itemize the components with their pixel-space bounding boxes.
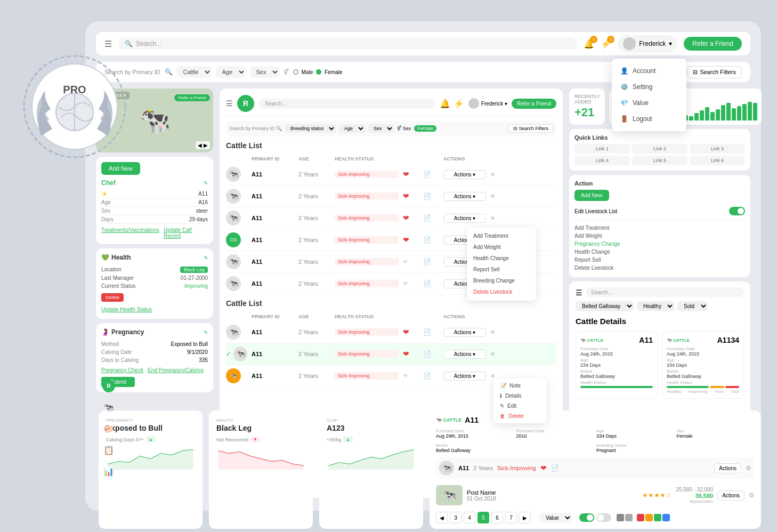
swatch-gray[interactable] xyxy=(617,514,624,521)
link-6[interactable]: Link 6 xyxy=(690,156,745,165)
toggle-view-2[interactable] xyxy=(596,513,611,522)
link-5[interactable]: Link 5 xyxy=(632,156,687,165)
user-pill[interactable]: Frederick ▾ xyxy=(618,35,677,52)
swatch-green[interactable] xyxy=(654,514,661,521)
toggle-on[interactable] xyxy=(729,207,745,215)
actions-button[interactable]: Actions ▾ xyxy=(443,372,486,381)
dropdown-setting[interactable]: ⚙️ Setting xyxy=(612,79,686,95)
mid-user[interactable]: Frederick ▾ xyxy=(468,98,507,109)
edit-icon[interactable]: ✎ xyxy=(204,180,208,186)
link-1[interactable]: Link 1 xyxy=(574,144,630,154)
page-next[interactable]: ▶ xyxy=(519,512,531,523)
action-add-treatment[interactable]: Add Treatment xyxy=(574,224,745,232)
actions-button[interactable]: Actions ▾ xyxy=(443,350,486,359)
hamburger-icon-mid[interactable]: ☰ xyxy=(226,99,233,108)
radio-female[interactable] xyxy=(316,69,321,75)
link-2[interactable]: Link 2 xyxy=(632,144,687,154)
alert-icon-mid[interactable]: ⚡ xyxy=(454,99,464,109)
swatch-lightgray[interactable] xyxy=(625,514,633,521)
detail-breed-sel[interactable]: Belted Galloway xyxy=(576,301,634,311)
ctx2-edit[interactable]: ✎Edit xyxy=(493,401,547,411)
value-select[interactable]: Value xyxy=(539,513,572,523)
row-close[interactable]: ✕ xyxy=(490,351,506,358)
mid-search[interactable]: Search... xyxy=(258,99,435,109)
detail-status-sel[interactable]: Sold xyxy=(677,301,708,311)
search-filters-button[interactable]: ⊟ Search Filters xyxy=(687,66,742,78)
toggle-view-1[interactable] xyxy=(579,513,594,522)
post-actions-btn[interactable]: Actions xyxy=(717,490,744,501)
ctx2-details[interactable]: ℹDetails xyxy=(493,391,547,401)
mid-sex-select[interactable]: Sex xyxy=(368,124,394,133)
update-link[interactable]: Update Calf Record xyxy=(164,227,208,239)
ctx-health-change[interactable]: Health Change xyxy=(467,253,536,264)
row-close[interactable]: ✕ xyxy=(490,193,506,200)
ctx-delete[interactable]: Delete Livestock xyxy=(467,286,536,297)
delete-health-button[interactable]: Delete xyxy=(101,293,124,302)
sidebar-icon-pig[interactable]: 🐖 xyxy=(101,421,116,436)
action-add-new[interactable]: Add New xyxy=(574,190,609,201)
sex-select[interactable]: Sex xyxy=(250,66,279,78)
actions-button[interactable]: Actions ▾ xyxy=(443,214,486,223)
mid-search-filters[interactable]: ⊟ Search Filters xyxy=(508,124,553,133)
sidebar-icon-logo[interactable]: R xyxy=(101,378,116,393)
refer-friend-button[interactable]: Refer a Friend xyxy=(684,37,742,51)
link-3[interactable]: Link 3 xyxy=(690,144,745,154)
page-7[interactable]: 7 xyxy=(505,512,517,523)
sidebar-icon-chart[interactable]: 📊 xyxy=(101,464,116,479)
image-controls[interactable]: ◀ ▶ xyxy=(196,141,210,149)
bottom-actions-btn[interactable]: Actions xyxy=(714,463,741,473)
ctx2-delete[interactable]: 🗑Delete xyxy=(493,411,547,421)
cattle-type-select[interactable]: Cattle xyxy=(177,66,212,78)
mid-age-select[interactable]: Age xyxy=(339,124,365,133)
add-new-button[interactable]: Add New xyxy=(101,162,140,175)
bell-icon-mid[interactable]: 🔔 xyxy=(440,99,450,109)
bottom-row-close[interactable]: ⚙ xyxy=(746,464,751,472)
actions-button[interactable]: Actions ▾ xyxy=(443,328,486,337)
pregnancy-edit-icon[interactable]: ✎ xyxy=(204,329,208,335)
action-add-weight[interactable]: Add Weight xyxy=(574,232,745,240)
refer-btn-mid[interactable]: Refer a Friend xyxy=(512,99,556,109)
dropdown-value[interactable]: 💎 Value xyxy=(612,95,686,111)
page-3[interactable]: 3 xyxy=(450,512,462,523)
end-pregnancy-link[interactable]: End Pregnancy/Calving xyxy=(148,367,204,373)
row-close[interactable]: ✕ xyxy=(490,215,506,222)
action-report[interactable]: Report Sell xyxy=(574,256,745,264)
ctx-add-treatment[interactable]: Add Treatment xyxy=(467,230,536,241)
health-edit-icon[interactable]: ✎ xyxy=(204,255,208,261)
treatments-link[interactable]: Treatments/Vaccinations xyxy=(101,227,159,239)
action-health[interactable]: Health Change xyxy=(574,248,745,256)
sidebar-icon-clipboard[interactable]: 📋 xyxy=(101,442,116,457)
page-6[interactable]: 6 xyxy=(491,512,503,523)
age-select[interactable]: Age xyxy=(216,66,246,78)
row-close[interactable]: ✕ xyxy=(490,171,506,178)
update-health-link[interactable]: Update Health Status xyxy=(101,304,208,313)
actions-button[interactable]: Actions ▾ xyxy=(443,170,486,179)
ctx-breeding[interactable]: Breeding Change xyxy=(467,275,536,286)
action-pregnancy[interactable]: Pregnancy Change xyxy=(574,240,745,248)
swatch-red[interactable] xyxy=(637,514,644,521)
actions-button[interactable]: Actions ▾ xyxy=(443,192,486,201)
alert-icon[interactable]: ⚡ 1 xyxy=(601,39,611,49)
swatch-yellow[interactable] xyxy=(645,514,653,521)
page-prev[interactable]: ◀ xyxy=(436,512,448,523)
pregnancy-check-link[interactable]: Pregnancy Check xyxy=(101,367,143,373)
ctx-report-sell[interactable]: Report Sell xyxy=(467,264,536,275)
post-more[interactable]: ⚙ xyxy=(749,491,755,499)
search-bar[interactable]: 🔍 Search... xyxy=(118,38,577,50)
dropdown-logout[interactable]: 🚪 Logout xyxy=(612,111,686,127)
notification-bell[interactable]: 🔔 2 xyxy=(584,39,594,49)
ctx2-note[interactable]: 📝Note xyxy=(493,381,547,391)
page-4[interactable]: 4 xyxy=(464,512,475,523)
radio-male[interactable] xyxy=(293,69,298,75)
page-5[interactable]: 5 xyxy=(477,512,489,523)
link-4[interactable]: Link 4 xyxy=(574,156,630,165)
dropdown-account[interactable]: 👤 Account xyxy=(612,63,686,79)
sidebar-icon-cow[interactable]: 🐄 xyxy=(101,400,116,415)
action-delete[interactable]: Delete Livestock xyxy=(574,264,745,272)
ctx-add-weight[interactable]: Add Weight xyxy=(467,241,536,253)
refer-mini-btn[interactable]: Refer a Friend xyxy=(174,92,210,101)
hamburger-detail[interactable]: ☰ xyxy=(576,288,582,297)
detail-health-sel[interactable]: Healthy xyxy=(637,301,674,311)
swatch-blue[interactable] xyxy=(662,514,670,521)
menu-icon[interactable]: ☰ xyxy=(104,39,112,49)
